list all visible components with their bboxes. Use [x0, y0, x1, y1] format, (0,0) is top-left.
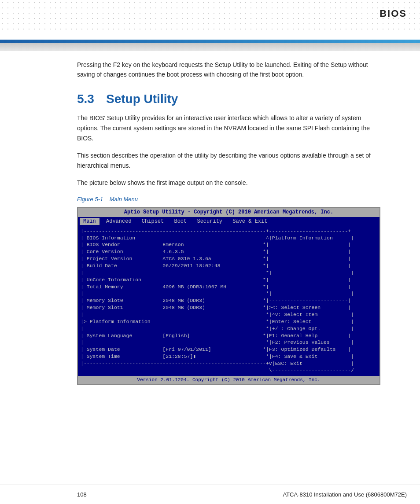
figure-label: Figure 5-1 Main Menu	[77, 196, 380, 202]
grid-dots	[0, 0, 420, 33]
header-bios-label: BIOS	[379, 8, 407, 19]
bios-menu-bar: Main Advanced Chipset Boot Security Save…	[78, 217, 379, 226]
section-heading: 5.3 Setup Utility	[77, 92, 380, 106]
footer-document-title: ATCA-8310 Installation and Use (6806800M…	[283, 491, 407, 498]
intro-paragraph: Pressing the F2 key on the keyboard requ…	[77, 60, 380, 80]
bios-menu-security[interactable]: Security	[190, 218, 226, 225]
page-footer: 108 ATCA-8310 Installation and Use (6806…	[0, 485, 420, 504]
bios-footer: Version 2.01.1204. Copyright (C) 2010 Am…	[78, 376, 379, 384]
bios-menu-chipset[interactable]: Chipset	[135, 218, 168, 225]
blue-bar	[0, 40, 420, 43]
main-content: Pressing the F2 key on the keyboard requ…	[0, 51, 420, 394]
body-text-1: The BIOS' Setup Utility provides for an …	[77, 113, 380, 143]
bios-menu-save-exit[interactable]: Save & Exit	[226, 218, 271, 225]
bios-menu-advanced[interactable]: Advanced	[99, 218, 135, 225]
bios-menu-boot[interactable]: Boot	[167, 218, 190, 225]
section-number: 5.3	[77, 92, 98, 106]
bios-title-bar: Aptio Setup Utility - Copyright (C) 2010…	[78, 208, 379, 217]
section-title: Setup Utility	[106, 92, 178, 106]
footer-page-number: 108	[77, 491, 87, 498]
bios-screenshot: Aptio Setup Utility - Copyright (C) 2010…	[77, 207, 380, 385]
bios-menu-main[interactable]: Main	[80, 218, 99, 225]
top-header: BIOS	[0, 0, 420, 40]
body-text-2: This section describes the operation of …	[77, 151, 380, 171]
body-text-3: The picture below shows the first image …	[77, 178, 380, 188]
bios-body-content: |---------------------------------------…	[78, 226, 379, 376]
gray-bar	[0, 43, 420, 51]
